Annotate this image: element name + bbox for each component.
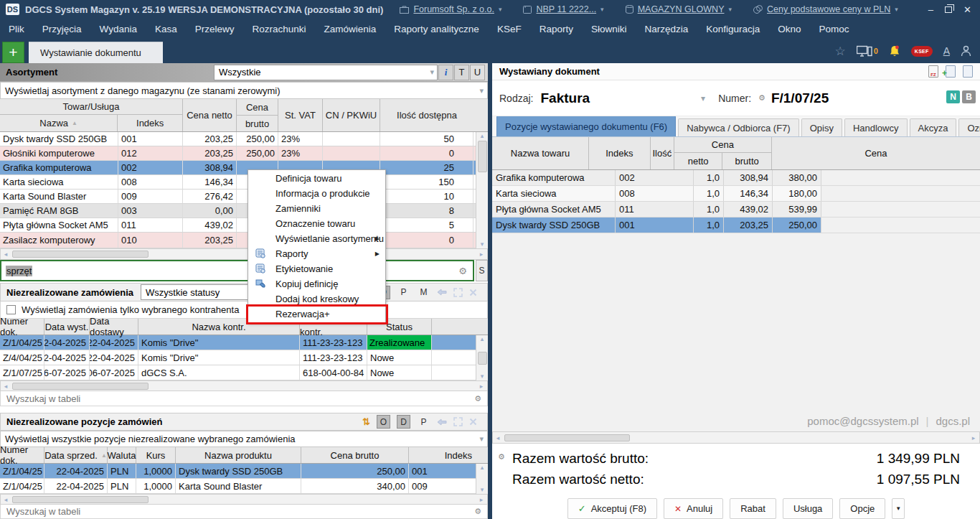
column-header-cn-pkwiu[interactable]: CN / PKWiU [323, 99, 380, 131]
menu-okno[interactable]: Okno [778, 24, 801, 34]
favorites-star-icon[interactable]: ☆ [834, 44, 845, 59]
column-header-indeks[interactable]: Indeks [409, 447, 473, 463]
asortyment-row[interactable]: Dysk twardy SSD 250GB001 203,25250,00 23… [0, 132, 488, 146]
document-item-row[interactable]: Karta sieciowa008 1,0146,34 180,00 [492, 186, 980, 202]
orders-vertical-scrollbar[interactable]: ▴ ▾ [476, 335, 488, 380]
document-icon[interactable] [963, 65, 973, 78]
opcje-dropdown-button[interactable]: ▼ [892, 498, 905, 519]
table-search-input[interactable] [6, 506, 474, 517]
column-header-numer-dok[interactable]: Numer dok. [0, 447, 44, 463]
add-document-icon[interactable]: + [946, 65, 956, 78]
items-p-button[interactable]: P [417, 415, 430, 429]
menu-item-wyswietlanie-asortymentu[interactable]: Wyświetlanie asortymentu ▶ [248, 231, 385, 246]
menu-narzedzia[interactable]: Narzędzia [644, 24, 688, 34]
workstation-indicator[interactable]: 0 [857, 45, 878, 57]
ksef-status-badge[interactable]: KSEF [911, 46, 933, 57]
asortyment-row[interactable]: Karta Sound Blaster009 276,42 10 [0, 190, 488, 204]
document-type-value[interactable]: Faktura [540, 90, 590, 106]
column-header-indeks[interactable]: Indeks [589, 137, 651, 169]
orders-row[interactable]: Z/1/07/25 06-07-2025 06-07-2025 dGCS S.A… [0, 365, 488, 380]
tab-handlowcy[interactable]: Handlowcy [844, 118, 908, 136]
column-header-cena-netto[interactable]: Cena netto [183, 99, 237, 131]
asortyment-row-selected[interactable]: Grafika komputerowa002 308,94 25 [0, 161, 488, 175]
menu-rozrachunki[interactable]: Rozrachunki [252, 24, 306, 34]
gear-icon[interactable]: ⚙ [474, 507, 481, 516]
info-button[interactable]: i [438, 65, 453, 80]
asortyment-row[interactable]: Głośniki komputerowe012 203,25250,00 23%… [0, 146, 488, 161]
menu-raporty-analityczne[interactable]: Raporty analityczne [394, 24, 479, 34]
tab-akcyza[interactable]: Akcyza [910, 118, 957, 136]
orders-row-selected[interactable]: Z/1/04/25 22-04-2025 22-04-2025 Komis "D… [0, 335, 488, 350]
expand-icon[interactable] [453, 288, 463, 297]
gear-icon[interactable]: ⚙ [758, 93, 765, 103]
asortyment-row[interactable]: Płyta główna Socket AM5011 439,02 5 [0, 218, 488, 233]
menu-item-informacja-o-produkcie[interactable]: Informacja o produkcie [248, 186, 385, 201]
column-header-cena2[interactable]: Cena [772, 137, 980, 169]
menu-plik[interactable]: Plik [9, 24, 24, 34]
asortyment-search-input[interactable]: sprzęt ⚙ [0, 260, 474, 281]
column-header-cena-brutto[interactable]: Cena brutto [301, 447, 409, 463]
warehouse-link[interactable]: MAGAZYN GLOWNY ▾ [626, 4, 732, 14]
category-filter-select[interactable]: Wszystkie ▾ [214, 65, 438, 80]
tab-wystawianie-dokumentu[interactable]: Wystawianie dokumentu [29, 42, 163, 63]
menu-przelewy[interactable]: Przelewy [195, 24, 235, 34]
user-icon[interactable] [961, 45, 971, 57]
asortyment-horizontal-scrollbar[interactable]: ◂ ▸ [0, 248, 488, 260]
column-header-waluta[interactable]: Waluta [108, 447, 136, 463]
column-header-nazwa[interactable]: Nazwa ▲ [0, 115, 118, 131]
column-header-towar-usluga[interactable]: Towar/Usługa [0, 99, 182, 115]
font-size-control[interactable]: A [943, 45, 950, 57]
refresh-icon[interactable]: ⇅ [362, 416, 370, 427]
items-o-button[interactable]: O [377, 415, 390, 429]
brutto-mode-button[interactable]: B [962, 90, 976, 103]
restore-button[interactable] [945, 6, 952, 13]
asortyment-vertical-scrollbar[interactable]: ▴ ▾ [476, 132, 488, 248]
items-horizontal-scrollbar[interactable]: ◂ ▸ [0, 494, 488, 505]
tab-pozycje-dokumentu[interactable]: Pozycje wystawianego dokumentu (F6) [496, 116, 676, 136]
column-header-ilosc-dostepna[interactable]: Ilość dostępna [380, 99, 473, 131]
anuluj-button[interactable]: ✕ Anuluj [664, 498, 723, 519]
column-header-indeks[interactable]: Indeks [118, 115, 182, 131]
uslugi-button[interactable]: U [470, 65, 485, 80]
asortyment-row[interactable]: Karta sieciowa008 146,34 150 [0, 175, 488, 190]
rabat-button[interactable]: Rabat [730, 498, 776, 519]
column-header-cena-group[interactable]: Cena netto brutto [674, 137, 772, 169]
company-link[interactable]: Forumsoft Sp. z o.o. ▾ [400, 4, 501, 14]
dock-arrow-icon[interactable] [437, 418, 447, 426]
document-item-row[interactable]: Grafika komputerowa002 1,0308,94 380,00 [492, 170, 980, 186]
menu-slowniki[interactable]: Słowniki [591, 24, 627, 34]
column-header-st-vat[interactable]: St. VAT [278, 99, 323, 131]
document-horizontal-scrollbar[interactable]: ◂ ▸ [492, 431, 980, 444]
menu-item-dodaj-kod-kreskowy[interactable]: Dodaj kod kreskowy [248, 291, 385, 307]
search-settings-button[interactable]: S [476, 260, 488, 281]
menu-przyjecia[interactable]: Przyjęcia [42, 24, 82, 34]
orders-p-button[interactable]: P [397, 286, 410, 299]
orders-table-search[interactable]: ⚙ [0, 391, 488, 406]
menu-item-etykietowanie[interactable]: Etykietowanie [248, 261, 385, 276]
orders-horizontal-scrollbar[interactable]: ◂ ▸ [0, 380, 488, 391]
asortyment-row[interactable]: Zasilacz komputerowy010 203,25 0 [0, 233, 488, 248]
bank-account-link[interactable]: NBP 11 2222... ▾ [523, 4, 603, 14]
close-panel-icon[interactable] [469, 289, 477, 296]
close-panel-icon[interactable] [469, 418, 477, 426]
price-list-link[interactable]: Ceny podstawowe ceny w PLN ▾ [753, 4, 898, 14]
gear-icon[interactable]: ⚙ [458, 266, 467, 276]
towary-button[interactable]: T [454, 65, 469, 80]
menu-pomoc[interactable]: Pomoc [819, 24, 849, 34]
close-button[interactable]: ✕ [963, 5, 971, 14]
minimize-button[interactable]: – [928, 5, 933, 14]
dock-arrow-icon[interactable] [437, 288, 447, 296]
orders-contractor-filter[interactable]: Wyświetlaj zamówienia tylko wybranego ko… [0, 301, 488, 319]
tab-opisy[interactable]: Opisy [801, 118, 842, 136]
tab-oznaczenia-vat[interactable]: Oznaczenia VAT [958, 118, 980, 136]
document-item-row-selected[interactable]: Dysk twardy SSD 250GB001 1,0203,25 250,0… [492, 218, 980, 233]
items-filter-select[interactable]: Wyświetlaj wszystkie pozycje niezrealizo… [0, 431, 488, 447]
gear-icon[interactable]: ⚙ [474, 394, 481, 403]
column-header-data-dostawy[interactable]: Data dostawy [90, 319, 138, 335]
menu-item-raporty[interactable]: Raporty ▶ [248, 246, 385, 261]
akceptuj-button[interactable]: ✓ Akceptuj (F8) [567, 498, 657, 519]
expand-icon[interactable] [453, 417, 463, 426]
menu-item-kopiuj-definicje[interactable]: Kopiuj definicję [248, 276, 385, 291]
menu-item-zamienniki[interactable]: Zamienniki [248, 201, 385, 216]
asortyment-row[interactable]: Pamięć RAM 8GB003 0,00 8 [0, 204, 488, 218]
